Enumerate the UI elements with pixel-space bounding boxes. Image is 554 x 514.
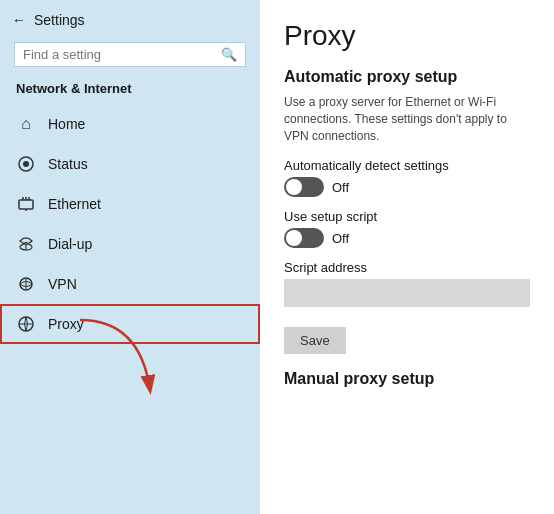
status-icon <box>16 154 36 174</box>
sidebar-item-vpn[interactable]: VPN <box>0 264 260 304</box>
ethernet-icon <box>16 194 36 214</box>
use-script-setting: Use setup script Off <box>284 209 530 248</box>
svg-rect-2 <box>19 200 33 209</box>
script-address-label: Script address <box>284 260 530 275</box>
home-icon: ⌂ <box>16 114 36 134</box>
network-section-label: Network & Internet <box>0 77 260 104</box>
auto-detect-value: Off <box>332 180 349 195</box>
main-content: Proxy Automatic proxy setup Use a proxy … <box>260 0 554 514</box>
sidebar-item-label: Status <box>48 156 88 172</box>
sidebar-item-label: Home <box>48 116 85 132</box>
auto-detect-label: Automatically detect settings <box>284 158 530 173</box>
vpn-icon <box>16 274 36 294</box>
auto-proxy-section-title: Automatic proxy setup <box>284 68 530 86</box>
save-button[interactable]: Save <box>284 327 346 354</box>
use-script-toggle-row: Off <box>284 228 530 248</box>
sidebar-item-label: VPN <box>48 276 77 292</box>
script-address-setting: Script address <box>284 260 530 315</box>
manual-proxy-section-title: Manual proxy setup <box>284 370 530 388</box>
sidebar-title: Settings <box>34 12 85 28</box>
use-script-label: Use setup script <box>284 209 530 224</box>
proxy-icon <box>16 314 36 334</box>
auto-detect-toggle-row: Off <box>284 177 530 197</box>
sidebar-item-label: Dial-up <box>48 236 92 252</box>
auto-detect-setting: Automatically detect settings Off <box>284 158 530 197</box>
sidebar-item-label: Ethernet <box>48 196 101 212</box>
back-button[interactable]: ← <box>12 12 26 28</box>
sidebar-header: ← Settings <box>0 0 260 36</box>
sidebar-item-dialup[interactable]: Dial-up <box>0 224 260 264</box>
sidebar-item-ethernet[interactable]: Ethernet <box>0 184 260 224</box>
auto-proxy-section-desc: Use a proxy server for Ethernet or Wi-Fi… <box>284 94 530 144</box>
sidebar: ← Settings 🔍 Network & Internet ⌂ Home S… <box>0 0 260 514</box>
search-input[interactable] <box>23 47 215 62</box>
search-icon: 🔍 <box>221 47 237 62</box>
proxy-highlight-box <box>0 304 260 344</box>
svg-point-1 <box>23 161 29 167</box>
sidebar-item-label: Proxy <box>48 316 84 332</box>
sidebar-item-proxy[interactable]: Proxy <box>0 304 260 344</box>
sidebar-item-home[interactable]: ⌂ Home <box>0 104 260 144</box>
search-box[interactable]: 🔍 <box>14 42 246 67</box>
auto-detect-toggle[interactable] <box>284 177 324 197</box>
use-script-value: Off <box>332 231 349 246</box>
dialup-icon <box>16 234 36 254</box>
sidebar-item-status[interactable]: Status <box>0 144 260 184</box>
use-script-toggle[interactable] <box>284 228 324 248</box>
script-address-input[interactable] <box>284 279 530 307</box>
page-title: Proxy <box>284 20 530 52</box>
